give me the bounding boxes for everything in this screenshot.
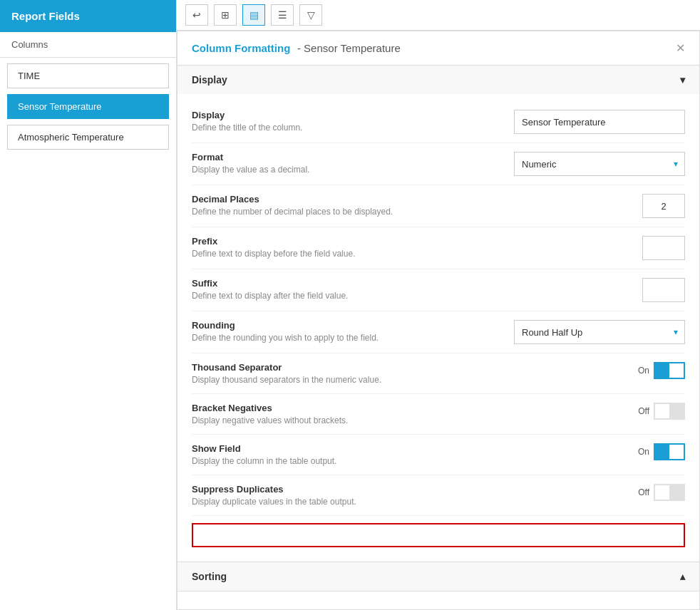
- suffix-row: Suffix Define text to display after the …: [192, 269, 685, 311]
- table-icon: ⊞: [221, 9, 230, 21]
- sidebar-header: Report Fields: [0, 0, 176, 32]
- format-select[interactable]: Numeric Text Date Boolean: [514, 152, 685, 176]
- column-formatting-button[interactable]: ▤: [242, 4, 265, 26]
- prefix-input[interactable]: [642, 236, 685, 260]
- suppress-duplicates-knob: [655, 485, 669, 500]
- thousand-separator-label: Thousand Separator: [192, 362, 477, 373]
- bracket-negatives-label: Bracket Negatives: [192, 403, 477, 413]
- sorting-section: Sorting: [177, 562, 699, 591]
- decimal-places-desc: Define the number of decimal places to b…: [192, 207, 477, 217]
- sorting-section-chevron: [680, 571, 685, 582]
- display-name-desc: Define the title of the column.: [192, 123, 477, 133]
- bracket-negatives-toggle[interactable]: [654, 403, 685, 420]
- bracket-negatives-toggle-label: Off: [638, 406, 649, 416]
- list-button[interactable]: ☰: [271, 4, 294, 26]
- sidebar-item-time[interactable]: TIME: [7, 63, 169, 88]
- red-outlined-input[interactable]: [192, 523, 685, 547]
- sidebar-item-atmospheric-temperature[interactable]: Atmospheric Temperature: [7, 125, 169, 150]
- display-section-chevron: [680, 74, 685, 86]
- panel-title-group: Column Formatting - Sensor Temperature: [192, 42, 401, 54]
- close-button[interactable]: ✕: [676, 41, 685, 55]
- thousand-separator-desc: Display thousand separators in the numer…: [192, 375, 477, 385]
- display-name-input[interactable]: [514, 110, 685, 134]
- show-field-desc: Display the column in the table output.: [192, 456, 477, 466]
- suppress-duplicates-toggle-group: Off: [638, 484, 685, 501]
- display-name-row: Display Define the title of the column.: [192, 101, 685, 143]
- suppress-duplicates-toggle[interactable]: [654, 484, 685, 501]
- sidebar: Report Fields Columns TIME Sensor Temper…: [0, 0, 177, 610]
- undo-button[interactable]: ↩: [185, 4, 208, 26]
- show-field-toggle[interactable]: [654, 443, 685, 460]
- prefix-desc: Define text to display before the field …: [192, 249, 477, 259]
- display-section-body: Display Define the title of the column. …: [177, 94, 699, 562]
- suppress-duplicates-row: Suppress Duplicates Display duplicate va…: [192, 475, 685, 516]
- bracket-negatives-desc: Display negative values without brackets…: [192, 415, 477, 425]
- column-formatting-panel: Column Formatting - Sensor Temperature ✕…: [177, 31, 700, 610]
- decimal-places-label: Decimal Places: [192, 194, 477, 205]
- format-desc: Display the value as a decimal.: [192, 165, 477, 175]
- thousand-separator-toggle-group: On: [638, 362, 685, 379]
- decimal-places-input[interactable]: [642, 194, 685, 218]
- format-row: Format Display the value as a decimal. N…: [192, 143, 685, 185]
- table-button[interactable]: ⊞: [214, 4, 237, 26]
- show-field-toggle-group: On: [638, 443, 685, 460]
- format-label: Format: [192, 152, 477, 162]
- decimal-places-row: Decimal Places Define the number of deci…: [192, 185, 685, 227]
- prefix-label: Prefix: [192, 236, 477, 247]
- rounding-select[interactable]: Round Half Up Round Half Down Round Up R…: [514, 320, 685, 344]
- thousand-separator-row: Thousand Separator Display thousand sepa…: [192, 353, 685, 394]
- bracket-negatives-toggle-group: Off: [638, 403, 685, 420]
- suppress-duplicates-desc: Display duplicate values in the table ou…: [192, 497, 477, 507]
- thousand-separator-toggle-label: On: [638, 366, 649, 376]
- sorting-section-label: Sorting: [192, 571, 227, 582]
- thousand-separator-knob: [669, 363, 684, 378]
- display-section: Display Display Define the title of the …: [177, 66, 699, 562]
- sorting-section-header[interactable]: Sorting: [177, 562, 699, 591]
- panel-title: Column Formatting: [192, 42, 290, 54]
- rounding-desc: Define the rounding you wish to apply to…: [192, 333, 477, 343]
- show-field-row: Show Field Display the column in the tab…: [192, 435, 685, 475]
- rounding-row: Rounding Define the rounding you wish to…: [192, 311, 685, 353]
- show-field-toggle-label: On: [638, 447, 649, 457]
- panel-header: Column Formatting - Sensor Temperature ✕: [177, 31, 699, 66]
- suppress-duplicates-label: Suppress Duplicates: [192, 484, 477, 495]
- sidebar-columns-label: Columns: [0, 32, 176, 58]
- suppress-duplicates-toggle-label: Off: [638, 487, 649, 497]
- sidebar-item-sensor-temperature[interactable]: Sensor Temperature: [7, 94, 169, 119]
- display-section-label: Display: [192, 74, 227, 86]
- panel-subtitle: - Sensor Temperature: [297, 42, 401, 54]
- display-section-header[interactable]: Display: [177, 66, 699, 94]
- suffix-desc: Define text to display after the field v…: [192, 291, 477, 301]
- show-field-label: Show Field: [192, 443, 477, 454]
- rounding-label: Rounding: [192, 320, 477, 331]
- filter-icon: ▽: [307, 9, 315, 21]
- bracket-negatives-row: Bracket Negatives Display negative value…: [192, 394, 685, 435]
- column-icon: ▤: [249, 9, 259, 21]
- show-field-knob: [669, 445, 684, 459]
- suffix-input[interactable]: [642, 278, 685, 302]
- undo-icon: ↩: [192, 9, 201, 21]
- suffix-label: Suffix: [192, 278, 477, 289]
- filter-button[interactable]: ▽: [299, 4, 322, 26]
- list-icon: ☰: [278, 9, 287, 21]
- thousand-separator-toggle[interactable]: [654, 362, 685, 379]
- toolbar: ↩ ⊞ ▤ ☰ ▽: [177, 0, 700, 31]
- display-name-label: Display: [192, 110, 477, 120]
- prefix-row: Prefix Define text to display before the…: [192, 227, 685, 269]
- main-panel: ↩ ⊞ ▤ ☰ ▽ Column Formatting - Sensor Tem…: [177, 0, 700, 610]
- bracket-negatives-knob: [655, 404, 669, 418]
